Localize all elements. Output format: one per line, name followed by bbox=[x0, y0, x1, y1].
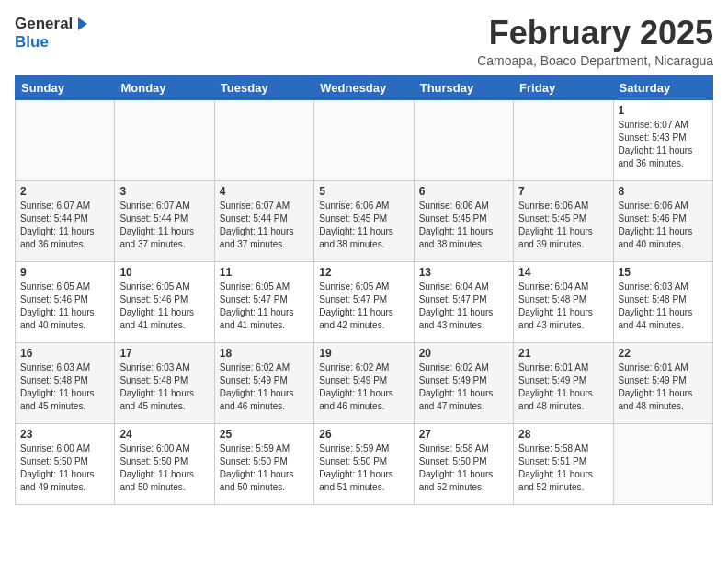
day-info: Sunrise: 6:07 AM Sunset: 5:43 PM Dayligh… bbox=[619, 119, 708, 170]
day-info: Sunrise: 6:02 AM Sunset: 5:49 PM Dayligh… bbox=[220, 362, 309, 413]
calendar-cell: 11Sunrise: 6:05 AM Sunset: 5:47 PM Dayli… bbox=[214, 261, 313, 342]
day-info: Sunrise: 6:06 AM Sunset: 5:45 PM Dayligh… bbox=[419, 200, 508, 251]
day-number: 26 bbox=[319, 428, 408, 441]
day-info: Sunrise: 6:03 AM Sunset: 5:48 PM Dayligh… bbox=[119, 362, 209, 413]
weekday-header: Thursday bbox=[414, 75, 513, 99]
calendar-cell bbox=[214, 99, 313, 180]
weekday-header: Tuesday bbox=[214, 75, 313, 99]
logo-general-text: General bbox=[15, 15, 73, 33]
day-info: Sunrise: 6:07 AM Sunset: 5:44 PM Dayligh… bbox=[220, 200, 309, 251]
day-info: Sunrise: 6:03 AM Sunset: 5:48 PM Dayligh… bbox=[619, 281, 708, 332]
day-number: 8 bbox=[619, 185, 708, 198]
day-info: Sunrise: 6:00 AM Sunset: 5:50 PM Dayligh… bbox=[119, 442, 209, 494]
day-number: 6 bbox=[419, 185, 508, 198]
title-block: February 2025 Camoapa, Boaco Department,… bbox=[477, 15, 713, 68]
day-number: 19 bbox=[319, 347, 408, 360]
calendar-cell: 13Sunrise: 6:04 AM Sunset: 5:47 PM Dayli… bbox=[414, 261, 513, 342]
calendar-week-row: 9Sunrise: 6:05 AM Sunset: 5:46 PM Daylig… bbox=[16, 261, 713, 342]
day-number: 15 bbox=[619, 266, 708, 279]
calendar-cell: 18Sunrise: 6:02 AM Sunset: 5:49 PM Dayli… bbox=[214, 342, 313, 423]
calendar-cell: 26Sunrise: 5:59 AM Sunset: 5:50 PM Dayli… bbox=[314, 423, 414, 504]
calendar-week-row: 2Sunrise: 6:07 AM Sunset: 5:44 PM Daylig… bbox=[16, 180, 713, 261]
day-number: 4 bbox=[220, 185, 309, 198]
day-number: 10 bbox=[119, 266, 209, 279]
location-subtitle: Camoapa, Boaco Department, Nicaragua bbox=[477, 53, 713, 68]
calendar-cell: 21Sunrise: 6:01 AM Sunset: 5:49 PM Dayli… bbox=[514, 342, 613, 423]
day-number: 2 bbox=[20, 185, 109, 198]
weekday-header: Sunday bbox=[16, 75, 115, 99]
month-year-title: February 2025 bbox=[477, 15, 713, 52]
day-info: Sunrise: 5:59 AM Sunset: 5:50 PM Dayligh… bbox=[220, 442, 309, 494]
day-number: 9 bbox=[20, 266, 109, 279]
calendar-cell: 6Sunrise: 6:06 AM Sunset: 5:45 PM Daylig… bbox=[414, 180, 513, 261]
calendar-cell bbox=[314, 99, 414, 180]
page-header: General Blue February 2025 Camoapa, Boac… bbox=[15, 15, 713, 68]
logo-triangle-icon bbox=[78, 17, 87, 30]
calendar-cell: 27Sunrise: 5:58 AM Sunset: 5:50 PM Dayli… bbox=[414, 423, 513, 504]
calendar-cell bbox=[115, 99, 214, 180]
day-number: 14 bbox=[518, 266, 608, 279]
day-info: Sunrise: 6:00 AM Sunset: 5:50 PM Dayligh… bbox=[20, 442, 109, 494]
day-info: Sunrise: 6:04 AM Sunset: 5:48 PM Dayligh… bbox=[518, 281, 608, 332]
calendar-table: SundayMondayTuesdayWednesdayThursdayFrid… bbox=[15, 75, 713, 505]
day-info: Sunrise: 6:06 AM Sunset: 5:45 PM Dayligh… bbox=[319, 200, 408, 251]
calendar-cell: 17Sunrise: 6:03 AM Sunset: 5:48 PM Dayli… bbox=[115, 342, 214, 423]
logo-blue-text: Blue bbox=[15, 33, 49, 51]
day-info: Sunrise: 6:06 AM Sunset: 5:45 PM Dayligh… bbox=[518, 200, 608, 251]
day-number: 7 bbox=[518, 185, 608, 198]
day-info: Sunrise: 6:05 AM Sunset: 5:47 PM Dayligh… bbox=[319, 281, 408, 332]
day-number: 22 bbox=[619, 347, 708, 360]
calendar-cell: 4Sunrise: 6:07 AM Sunset: 5:44 PM Daylig… bbox=[214, 180, 313, 261]
day-number: 3 bbox=[119, 185, 209, 198]
day-number: 13 bbox=[419, 266, 508, 279]
day-info: Sunrise: 6:07 AM Sunset: 5:44 PM Dayligh… bbox=[20, 200, 109, 251]
calendar-week-row: 1Sunrise: 6:07 AM Sunset: 5:43 PM Daylig… bbox=[16, 99, 713, 180]
logo: General Blue bbox=[15, 15, 87, 52]
calendar-header-row: SundayMondayTuesdayWednesdayThursdayFrid… bbox=[16, 75, 713, 99]
day-number: 23 bbox=[20, 428, 109, 441]
day-info: Sunrise: 6:04 AM Sunset: 5:47 PM Dayligh… bbox=[419, 281, 508, 332]
calendar-cell: 10Sunrise: 6:05 AM Sunset: 5:46 PM Dayli… bbox=[115, 261, 214, 342]
day-info: Sunrise: 6:01 AM Sunset: 5:49 PM Dayligh… bbox=[619, 362, 708, 413]
day-info: Sunrise: 6:05 AM Sunset: 5:46 PM Dayligh… bbox=[20, 281, 109, 332]
day-number: 11 bbox=[220, 266, 309, 279]
calendar-cell: 8Sunrise: 6:06 AM Sunset: 5:46 PM Daylig… bbox=[613, 180, 712, 261]
weekday-header: Friday bbox=[514, 75, 613, 99]
calendar-cell: 1Sunrise: 6:07 AM Sunset: 5:43 PM Daylig… bbox=[613, 99, 712, 180]
calendar-cell: 16Sunrise: 6:03 AM Sunset: 5:48 PM Dayli… bbox=[16, 342, 115, 423]
calendar-cell: 9Sunrise: 6:05 AM Sunset: 5:46 PM Daylig… bbox=[16, 261, 115, 342]
day-number: 16 bbox=[20, 347, 109, 360]
day-number: 21 bbox=[518, 347, 608, 360]
calendar-cell: 20Sunrise: 6:02 AM Sunset: 5:49 PM Dayli… bbox=[414, 342, 513, 423]
calendar-cell: 28Sunrise: 5:58 AM Sunset: 5:51 PM Dayli… bbox=[514, 423, 613, 504]
calendar-week-row: 16Sunrise: 6:03 AM Sunset: 5:48 PM Dayli… bbox=[16, 342, 713, 423]
day-number: 18 bbox=[220, 347, 309, 360]
day-number: 12 bbox=[319, 266, 408, 279]
weekday-header: Monday bbox=[115, 75, 214, 99]
day-number: 17 bbox=[119, 347, 209, 360]
day-info: Sunrise: 5:59 AM Sunset: 5:50 PM Dayligh… bbox=[319, 442, 408, 494]
day-info: Sunrise: 6:05 AM Sunset: 5:47 PM Dayligh… bbox=[220, 281, 309, 332]
day-number: 28 bbox=[518, 428, 608, 441]
calendar-cell bbox=[16, 99, 115, 180]
day-info: Sunrise: 6:05 AM Sunset: 5:46 PM Dayligh… bbox=[119, 281, 209, 332]
calendar-cell: 14Sunrise: 6:04 AM Sunset: 5:48 PM Dayli… bbox=[514, 261, 613, 342]
day-info: Sunrise: 6:03 AM Sunset: 5:48 PM Dayligh… bbox=[20, 362, 109, 413]
weekday-header: Saturday bbox=[613, 75, 712, 99]
day-number: 25 bbox=[220, 428, 309, 441]
day-info: Sunrise: 5:58 AM Sunset: 5:51 PM Dayligh… bbox=[518, 442, 608, 494]
day-info: Sunrise: 6:02 AM Sunset: 5:49 PM Dayligh… bbox=[319, 362, 408, 413]
calendar-cell: 22Sunrise: 6:01 AM Sunset: 5:49 PM Dayli… bbox=[613, 342, 712, 423]
day-number: 1 bbox=[619, 104, 708, 117]
calendar-cell bbox=[414, 99, 513, 180]
day-info: Sunrise: 6:07 AM Sunset: 5:44 PM Dayligh… bbox=[119, 200, 209, 251]
weekday-header: Wednesday bbox=[314, 75, 414, 99]
calendar-cell: 15Sunrise: 6:03 AM Sunset: 5:48 PM Dayli… bbox=[613, 261, 712, 342]
day-info: Sunrise: 5:58 AM Sunset: 5:50 PM Dayligh… bbox=[419, 442, 508, 494]
calendar-cell bbox=[613, 423, 712, 504]
day-number: 27 bbox=[419, 428, 508, 441]
calendar-cell: 12Sunrise: 6:05 AM Sunset: 5:47 PM Dayli… bbox=[314, 261, 414, 342]
calendar-cell: 3Sunrise: 6:07 AM Sunset: 5:44 PM Daylig… bbox=[115, 180, 214, 261]
day-number: 5 bbox=[319, 185, 408, 198]
calendar-cell: 19Sunrise: 6:02 AM Sunset: 5:49 PM Dayli… bbox=[314, 342, 414, 423]
